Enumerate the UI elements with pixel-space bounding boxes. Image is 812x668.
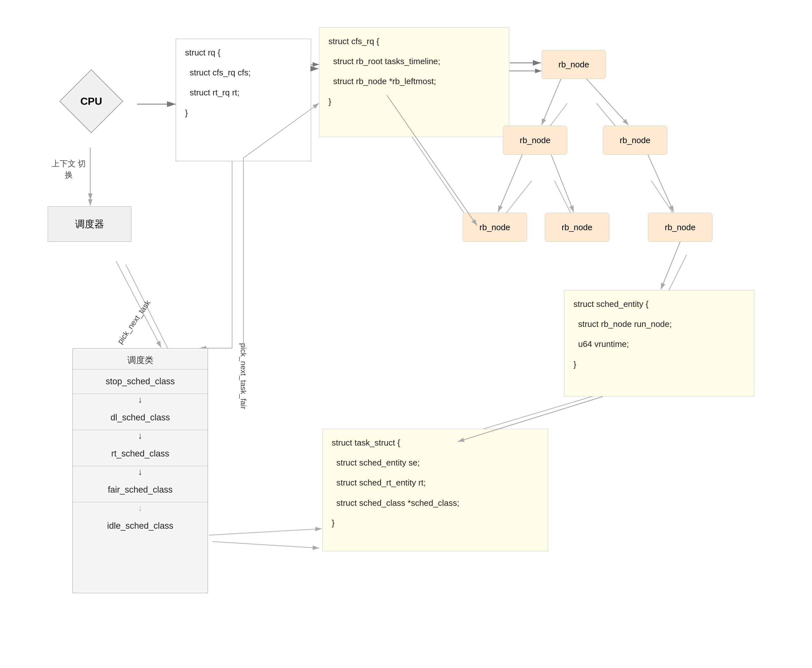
ts-line4: } (332, 516, 539, 530)
arrow-rt-fair: ↓ (73, 466, 208, 478)
struct-task-struct-box: struct task_struct { struct sched_entity… (322, 429, 548, 551)
sched-class-stop: stop_sched_class (73, 369, 208, 394)
rb-node-left: rb_node (503, 126, 567, 155)
svg-line-23 (587, 79, 629, 125)
se-line1: struct rb_node run_node; (574, 317, 745, 331)
struct-rq-box: struct rq { struct cfs_rq cfs; struct rt… (176, 39, 311, 161)
se-line3: } (574, 357, 745, 371)
rb-node-root: rb_node (542, 50, 606, 79)
svg-line-25 (551, 155, 574, 212)
ts-line2: struct sched_rt_entity rt; (332, 476, 539, 490)
struct-rq-line1: struct cfs_rq cfs; (185, 65, 302, 80)
arrow-stop-dl: ↓ (73, 394, 208, 406)
context-switch-label: 上下文 切换 (48, 158, 90, 180)
pick-next-task-label: pick_next_task (116, 299, 152, 346)
rb-node-lr: rb_node (545, 213, 609, 242)
ts-line1: struct sched_entity se; (332, 456, 539, 470)
rb-node-rr: rb_node (648, 213, 712, 242)
cfs-rq-line0: struct cfs_rq { (328, 34, 500, 48)
ts-line0: struct task_struct { (332, 436, 539, 450)
ts-line3: struct sched_class *sched_class; (332, 496, 539, 510)
sched-class-list-box: 调度类 stop_sched_class ↓ dl_sched_class ↓ … (73, 348, 208, 593)
pick-next-task-fair-label: pick_next_task_fair (239, 343, 248, 409)
struct-rq-line2: struct rt_rq rt; (185, 85, 302, 100)
rb-node-ll: rb_node (463, 213, 527, 242)
struct-rq-line3: } (185, 106, 302, 120)
cfs-rq-line1: struct rb_root tasks_timeline; (328, 54, 500, 68)
cfs-rq-line2: struct rb_node *rb_leftmost; (328, 74, 500, 89)
diagram-container: CPU 上下文 切换 调度器 pick_next_task pick_next_… (0, 0, 812, 668)
sched-class-dl: dl_sched_class (73, 406, 208, 430)
struct-sched-entity-box: struct sched_entity { struct rb_node run… (564, 290, 754, 397)
sched-class-fair: fair_sched_class (73, 478, 208, 502)
sched-class-idle: idle_sched_class (73, 514, 208, 538)
struct-cfs-rq-box: struct cfs_rq { struct rb_root tasks_tim… (319, 27, 509, 137)
se-line0: struct sched_entity { (574, 297, 745, 311)
struct-rq-line0: struct rq { (185, 45, 302, 60)
scheduler-label: 调度器 (75, 218, 104, 231)
sched-class-title: 调度类 (73, 349, 208, 369)
svg-line-27 (661, 242, 680, 289)
arrow-dl-rt: ↓ (73, 430, 208, 442)
sched-class-rt: rt_sched_class (73, 442, 208, 466)
se-line2: u64 vruntime; (574, 337, 745, 351)
svg-line-33 (209, 529, 322, 535)
svg-line-24 (498, 155, 522, 212)
cpu-diamond: CPU (45, 55, 138, 148)
cpu-label: CPU (80, 95, 102, 107)
svg-line-26 (648, 155, 674, 212)
scheduler-box: 调度器 (48, 206, 132, 242)
arrow-fair-idle: ↓ (73, 502, 208, 514)
svg-line-22 (542, 79, 561, 125)
rb-node-right: rb_node (603, 126, 667, 155)
cfs-rq-line3: } (328, 94, 500, 109)
svg-line-15 (213, 542, 319, 548)
